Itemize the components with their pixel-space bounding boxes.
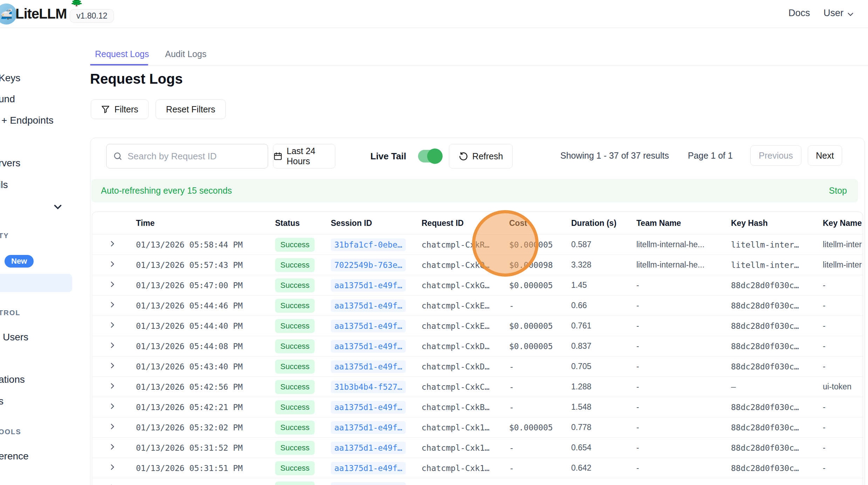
- expand-row-button[interactable]: [108, 381, 117, 390]
- table-row: 01/13/2026 05:32:02 PMSuccessaa1375d1-e4…: [92, 417, 863, 437]
- key-hash-cell: 88dc28d0f030c…: [731, 362, 823, 371]
- team-name-cell: litellm-internal-he...: [636, 260, 731, 270]
- session-cell: 7022549b-763e…: [331, 259, 422, 271]
- session-id-link[interactable]: aa1375d1-e49f…: [331, 320, 406, 332]
- session-id-link[interactable]: aa1375d1-e49f…: [331, 360, 406, 373]
- session-id-link[interactable]: aa1375d1-e49f…: [331, 279, 406, 292]
- sidebar-item-models-endpoints[interactable]: + Endpoints: [1, 115, 54, 126]
- duration-cell: 0.647: [571, 484, 636, 485]
- chevron-down-icon[interactable]: [846, 10, 855, 19]
- cost-cell: $0.000005: [509, 281, 571, 290]
- refresh-button[interactable]: Refresh: [449, 144, 513, 168]
- expand-row-button[interactable]: [108, 361, 117, 370]
- filters-button-label: Filters: [114, 104, 138, 115]
- status-badge: Success: [275, 481, 315, 485]
- key-hash-cell: 88dc28d0f030c…: [731, 443, 823, 452]
- cost-cell: -: [509, 301, 571, 310]
- sidebar-item-users[interactable]: Users: [3, 332, 28, 343]
- active-tab-indicator: [90, 64, 148, 65]
- cost-cell: $0.000005: [509, 342, 571, 351]
- live-tail-label: Live Tail: [370, 151, 406, 162]
- previous-button-label: Previous: [759, 151, 793, 161]
- status-cell: Success: [271, 339, 331, 353]
- sidebar-item-servers[interactable]: rvers: [0, 158, 20, 169]
- table-body: 01/13/2026 05:58:44 PMSuccess31bfa1cf-0e…: [92, 234, 863, 485]
- key-name-cell: -: [823, 443, 863, 452]
- expand-row-button[interactable]: [108, 483, 117, 485]
- stop-auto-refresh-link[interactable]: Stop: [829, 186, 847, 196]
- team-name-cell: -: [636, 423, 731, 432]
- sidebar-item-keys[interactable]: Keys: [0, 72, 20, 84]
- expand-row-button[interactable]: [108, 320, 117, 330]
- filters-button[interactable]: Filters: [91, 99, 149, 119]
- search-icon: [113, 151, 123, 161]
- sidebar-item-organizations[interactable]: ations: [0, 374, 25, 385]
- session-id-link[interactable]: aa1375d1-e49f…: [331, 340, 406, 353]
- session-id-link[interactable]: aa1375d1-e49f…: [331, 421, 406, 434]
- session-id-link[interactable]: 7022549b-763e…: [331, 259, 406, 271]
- expand-row-button[interactable]: [108, 300, 117, 309]
- session-id-link[interactable]: 31bfa1cf-0ebe…: [331, 238, 406, 251]
- next-page-button[interactable]: Next: [808, 145, 842, 166]
- column-header-status: Status: [271, 219, 331, 228]
- session-id-link[interactable]: aa1375d1-e49f…: [331, 442, 406, 454]
- key-name-cell: -: [823, 463, 863, 473]
- tab-audit-logs[interactable]: Audit Logs: [165, 49, 206, 59]
- status-cell: Success: [271, 360, 331, 374]
- sidebar-item-playground[interactable]: und: [0, 93, 15, 105]
- team-name-cell: -: [636, 484, 731, 485]
- status-cell: Success: [271, 258, 331, 272]
- status-cell: Success: [271, 238, 331, 252]
- duration-cell: 1.45: [571, 280, 636, 290]
- request-id-cell: chatcmpl-Cxk1…: [422, 484, 509, 485]
- nav-docs-link[interactable]: Docs: [788, 8, 810, 19]
- previous-page-button[interactable]: Previous: [750, 145, 801, 166]
- search-input[interactable]: [128, 151, 254, 162]
- sidebar-item-api-reference[interactable]: erence: [0, 451, 29, 462]
- table-row: 01/13/2026 05:31:51 PMSuccessaa1375d1-e4…: [92, 458, 863, 478]
- expand-row-button[interactable]: [108, 280, 117, 289]
- search-box[interactable]: [106, 144, 268, 168]
- chevron-down-icon[interactable]: [52, 201, 64, 213]
- tab-request-logs[interactable]: Request Logs: [95, 49, 149, 59]
- key-name-cell: -: [823, 484, 863, 485]
- session-cell: aa1375d1-e49f…: [331, 421, 422, 434]
- expand-row-button[interactable]: [108, 259, 117, 269]
- toggle-knob: [427, 148, 443, 164]
- nav-user-menu[interactable]: User: [823, 8, 843, 19]
- app-logo-text: LiteLLM: [15, 6, 67, 22]
- auto-refresh-banner: Auto-refreshing every 15 seconds Stop: [91, 179, 858, 202]
- expand-row-button[interactable]: [108, 341, 117, 350]
- status-badge: Success: [275, 380, 315, 394]
- sidebar-item-logs-selected[interactable]: [0, 274, 72, 292]
- session-cell: aa1375d1-e49f…: [331, 401, 422, 414]
- time-range-button[interactable]: Last 24 Hours: [273, 144, 335, 168]
- session-id-link[interactable]: aa1375d1-e49f…: [331, 482, 406, 485]
- session-id-link[interactable]: aa1375d1-e49f…: [331, 462, 406, 474]
- expand-row-button[interactable]: [108, 442, 117, 451]
- session-cell: aa1375d1-e49f…: [331, 340, 422, 353]
- cost-cell: -: [509, 362, 571, 371]
- status-badge: Success: [275, 319, 315, 333]
- key-hash-cell: 88dc28d0f030c…: [731, 321, 823, 331]
- expand-row-button[interactable]: [108, 422, 117, 431]
- session-id-link[interactable]: aa1375d1-e49f…: [331, 299, 406, 312]
- live-tail-toggle[interactable]: [418, 150, 441, 162]
- logs-toolbar: Last 24 Hours Live Tail Refresh: [106, 144, 513, 168]
- sidebar-item-guardrails[interactable]: ils: [0, 179, 8, 190]
- time-cell: 01/13/2026 05:44:46 PM: [136, 301, 271, 310]
- key-name-cell: -: [823, 301, 863, 310]
- request-logs-table: Time Status Session ID Request ID Cost D…: [92, 212, 863, 485]
- session-id-link[interactable]: aa1375d1-e49f…: [331, 401, 406, 414]
- session-id-link[interactable]: 31b3b4b4-f527…: [331, 381, 406, 393]
- expand-row-button[interactable]: [108, 239, 117, 248]
- sidebar-item-teams[interactable]: s: [0, 396, 4, 407]
- new-badge: New: [5, 255, 34, 268]
- reset-filters-button[interactable]: Reset Filters: [156, 99, 226, 119]
- refresh-icon: [459, 152, 468, 161]
- expand-row-button[interactable]: [108, 463, 117, 472]
- session-cell: aa1375d1-e49f…: [331, 360, 422, 373]
- team-name-cell: -: [636, 402, 731, 412]
- request-id-cell: chatcmpl-CxkQ…: [422, 261, 509, 270]
- expand-row-button[interactable]: [108, 402, 117, 411]
